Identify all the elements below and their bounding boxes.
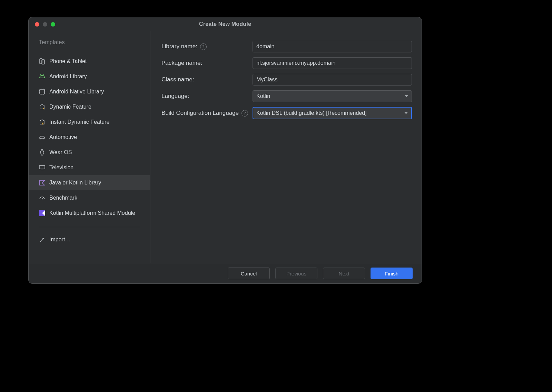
row-library-name: Library name: ? xyxy=(161,41,412,52)
template-benchmark[interactable]: Benchmark xyxy=(29,190,150,205)
label-build-config-language: Build Configuration Language ? xyxy=(161,110,250,117)
close-window-button[interactable] xyxy=(35,22,39,27)
row-class-name: Class name: xyxy=(161,74,412,86)
template-label: Wear OS xyxy=(49,149,72,155)
template-wear-os[interactable]: Wear OS xyxy=(29,145,150,160)
template-java-kotlin-library[interactable]: Java or Kotlin Library xyxy=(29,175,150,190)
row-package-name: Package name: xyxy=(161,57,412,69)
phone-tablet-icon xyxy=(39,58,45,64)
template-dynamic-feature[interactable]: Dynamic Feature xyxy=(29,99,150,114)
maximize-window-button[interactable] xyxy=(51,22,55,27)
titlebar: Create New Module xyxy=(29,17,422,31)
template-label: Automotive xyxy=(49,134,77,140)
template-television[interactable]: Television xyxy=(29,160,150,175)
template-label: Phone & Tablet xyxy=(49,58,87,64)
select-build-config-language[interactable]: Kotlin DSL (build.gradle.kts) [Recommend… xyxy=(253,107,412,119)
create-module-dialog: Create New Module Templates Phone & Tabl… xyxy=(28,17,422,284)
template-label: Java or Kotlin Library xyxy=(49,180,101,186)
template-android-library[interactable]: Android Library xyxy=(29,69,150,84)
template-instant-dynamic-feature[interactable]: Instant Dynamic Feature xyxy=(29,114,150,130)
template-kotlin-multiplatform[interactable]: Kotlin Multiplatform Shared Module xyxy=(29,205,150,221)
native-lib-icon xyxy=(39,89,45,95)
svg-point-14 xyxy=(40,138,41,139)
row-language: Language: Kotlin xyxy=(161,90,412,102)
dialog-title: Create New Module xyxy=(199,21,251,27)
label-class-name: Class name: xyxy=(161,76,250,83)
select-language-value: Kotlin xyxy=(256,93,270,99)
template-automotive[interactable]: Automotive xyxy=(29,130,150,145)
template-label: Dynamic Feature xyxy=(49,104,91,110)
gauge-icon xyxy=(39,195,45,201)
select-language[interactable]: Kotlin xyxy=(253,90,412,102)
chevron-down-icon xyxy=(405,95,408,97)
templates-sidebar: Templates Phone & Tablet Android Library xyxy=(29,31,150,263)
svg-point-16 xyxy=(40,151,44,154)
sidebar-heading: Templates xyxy=(29,39,150,54)
sidebar-import[interactable]: Import… xyxy=(29,232,150,247)
next-button: Next xyxy=(323,268,365,279)
kotlin-lib-icon xyxy=(39,180,45,186)
select-build-config-value: Kotlin DSL (build.gradle.kts) [Recommend… xyxy=(256,110,367,116)
template-list: Phone & Tablet Android Library Android N… xyxy=(29,54,150,221)
svg-line-3 xyxy=(43,74,44,76)
tv-icon xyxy=(39,164,45,171)
svg-rect-17 xyxy=(39,165,45,169)
label-library-name: Library name: ? xyxy=(161,43,250,50)
sidebar-divider xyxy=(39,227,140,227)
finish-button[interactable]: Finish xyxy=(371,268,413,279)
row-build-config-language: Build Configuration Language ? Kotlin DS… xyxy=(161,107,412,119)
module-form: Library name: ? Package name: Class name… xyxy=(150,31,422,263)
label-package-name: Package name: xyxy=(161,60,250,67)
dialog-footer: Cancel Previous Next Finish xyxy=(29,263,422,283)
input-package-name[interactable] xyxy=(253,57,412,69)
template-phone-tablet[interactable]: Phone & Tablet xyxy=(29,54,150,69)
import-icon xyxy=(39,237,45,243)
svg-line-19 xyxy=(42,198,43,199)
svg-line-2 xyxy=(40,74,41,76)
minimize-window-button[interactable] xyxy=(43,22,47,27)
svg-point-13 xyxy=(43,108,44,109)
watch-icon xyxy=(39,149,45,155)
help-icon[interactable]: ? xyxy=(200,43,207,50)
template-android-native-library[interactable]: Android Native Library xyxy=(29,84,150,99)
template-label: Benchmark xyxy=(49,195,77,201)
help-icon[interactable]: ? xyxy=(241,110,248,117)
import-label: Import… xyxy=(49,237,70,243)
template-label: Kotlin Multiplatform Shared Module xyxy=(49,210,135,216)
instant-feature-icon xyxy=(39,119,45,125)
kmp-icon xyxy=(39,210,45,216)
input-class-name[interactable] xyxy=(253,74,412,86)
cancel-button[interactable]: Cancel xyxy=(228,268,270,279)
template-label: Instant Dynamic Feature xyxy=(49,119,109,125)
template-label: Android Library xyxy=(49,73,87,80)
dynamic-feature-icon xyxy=(39,104,45,110)
chevron-down-icon xyxy=(404,112,408,114)
input-library-name[interactable] xyxy=(253,41,412,52)
previous-button: Previous xyxy=(275,268,317,279)
svg-point-15 xyxy=(43,138,44,139)
template-label: Television xyxy=(49,164,73,171)
dialog-body: Templates Phone & Tablet Android Library xyxy=(29,31,422,263)
template-label: Android Native Library xyxy=(49,89,104,95)
android-icon xyxy=(39,73,45,80)
svg-rect-4 xyxy=(40,89,45,94)
window-controls xyxy=(35,17,55,31)
label-language: Language: xyxy=(161,93,250,100)
car-icon xyxy=(39,134,45,140)
